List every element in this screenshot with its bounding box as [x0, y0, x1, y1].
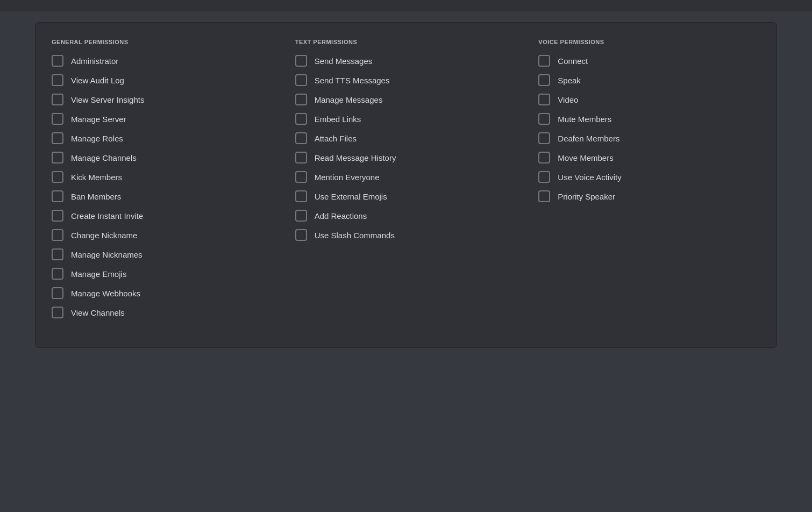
column-header-general: GENERAL PERMISSIONS	[52, 39, 274, 45]
permission-checkbox-general-6[interactable]	[52, 171, 63, 183]
permission-label: Send Messages	[315, 56, 373, 66]
permission-label: Read Message History	[315, 153, 396, 162]
permission-item[interactable]: Move Members	[538, 152, 760, 163]
permission-checkbox-text-5[interactable]	[295, 152, 307, 163]
permission-item[interactable]: Attach Files	[295, 132, 517, 144]
permission-label: Manage Webhooks	[71, 289, 140, 298]
permission-item[interactable]: Kick Members	[52, 171, 274, 183]
permission-item[interactable]: Mention Everyone	[295, 171, 517, 183]
permission-item[interactable]: Embed Links	[295, 113, 517, 125]
page-header	[0, 0, 812, 11]
permission-item[interactable]: View Channels	[52, 307, 274, 318]
permission-checkbox-general-0[interactable]	[52, 55, 63, 67]
permission-item[interactable]: Speak	[538, 74, 760, 86]
permission-checkbox-text-0[interactable]	[295, 55, 307, 67]
permission-checkbox-text-8[interactable]	[295, 210, 307, 222]
permission-checkbox-voice-6[interactable]	[538, 171, 550, 183]
outer-container: GENERAL PERMISSIONSAdministratorView Aud…	[0, 0, 812, 512]
permission-item[interactable]: Ban Members	[52, 190, 274, 202]
permission-label: Manage Channels	[71, 153, 137, 162]
permission-checkbox-text-1[interactable]	[295, 74, 307, 86]
permission-label: View Audit Log	[71, 76, 124, 85]
permission-label: Kick Members	[71, 173, 122, 182]
permission-item[interactable]: Send Messages	[295, 55, 517, 67]
permission-label: Move Members	[558, 153, 613, 162]
permission-label: Speak	[558, 76, 581, 85]
permissions-grid: GENERAL PERMISSIONSAdministratorView Aud…	[52, 39, 760, 326]
permission-column-general: GENERAL PERMISSIONSAdministratorView Aud…	[52, 39, 274, 326]
permission-label: Manage Roles	[71, 134, 123, 143]
permission-checkbox-voice-4[interactable]	[538, 132, 550, 144]
permission-label: Embed Links	[315, 115, 361, 124]
permission-checkbox-voice-0[interactable]	[538, 55, 550, 67]
permission-item[interactable]: Manage Emojis	[52, 268, 274, 280]
permission-label: Priority Speaker	[558, 192, 615, 201]
permission-label: Add Reactions	[315, 211, 367, 221]
permission-checkbox-general-11[interactable]	[52, 268, 63, 280]
permission-checkbox-general-13[interactable]	[52, 307, 63, 318]
permission-item[interactable]: Administrator	[52, 55, 274, 67]
permission-label: View Channels	[71, 308, 125, 317]
permission-column-text: TEXT PERMISSIONSSend MessagesSend TTS Me…	[295, 39, 517, 326]
permission-checkbox-text-4[interactable]	[295, 132, 307, 144]
permission-checkbox-voice-1[interactable]	[538, 74, 550, 86]
permission-checkbox-text-6[interactable]	[295, 171, 307, 183]
permission-checkbox-text-3[interactable]	[295, 113, 307, 125]
permission-label: Create Instant Invite	[71, 211, 143, 221]
main-content: GENERAL PERMISSIONSAdministratorView Aud…	[0, 11, 812, 512]
permission-checkbox-text-2[interactable]	[295, 94, 307, 105]
permission-label: Use Voice Activity	[558, 173, 621, 182]
permission-item[interactable]: Connect	[538, 55, 760, 67]
permission-label: Deafen Members	[558, 134, 619, 143]
permission-label: Use Slash Commands	[315, 231, 395, 240]
permission-checkbox-general-10[interactable]	[52, 248, 63, 260]
permission-label: Administrator	[71, 56, 118, 66]
column-header-voice: VOICE PERMISSIONS	[538, 39, 760, 45]
permission-label: Manage Nicknames	[71, 250, 143, 259]
permission-checkbox-general-2[interactable]	[52, 94, 63, 105]
permission-label: Manage Emojis	[71, 269, 126, 279]
permission-checkbox-general-9[interactable]	[52, 229, 63, 241]
permission-column-voice: VOICE PERMISSIONSConnectSpeakVideoMute M…	[538, 39, 760, 326]
permission-item[interactable]: Send TTS Messages	[295, 74, 517, 86]
permission-item[interactable]: Create Instant Invite	[52, 210, 274, 222]
permission-item[interactable]: Video	[538, 94, 760, 105]
permission-checkbox-voice-7[interactable]	[538, 190, 550, 202]
permission-item[interactable]: Deafen Members	[538, 132, 760, 144]
permission-label: Mention Everyone	[315, 173, 380, 182]
permission-item[interactable]: Read Message History	[295, 152, 517, 163]
permission-checkbox-general-7[interactable]	[52, 190, 63, 202]
permission-label: Mute Members	[558, 115, 611, 124]
permission-checkbox-text-9[interactable]	[295, 229, 307, 241]
permission-item[interactable]: Manage Nicknames	[52, 248, 274, 260]
permission-item[interactable]: Use Voice Activity	[538, 171, 760, 183]
permission-checkbox-general-3[interactable]	[52, 113, 63, 125]
permission-checkbox-voice-5[interactable]	[538, 152, 550, 163]
permission-item[interactable]: Manage Server	[52, 113, 274, 125]
permission-checkbox-general-8[interactable]	[52, 210, 63, 222]
permission-item[interactable]: View Audit Log	[52, 74, 274, 86]
permission-item[interactable]: Manage Webhooks	[52, 287, 274, 299]
column-header-text: TEXT PERMISSIONS	[295, 39, 517, 45]
permission-checkbox-voice-3[interactable]	[538, 113, 550, 125]
permission-item[interactable]: Use External Emojis	[295, 190, 517, 202]
permission-label: Connect	[558, 56, 588, 66]
permission-item[interactable]: Change Nickname	[52, 229, 274, 241]
permission-item[interactable]: Manage Roles	[52, 132, 274, 144]
permission-label: Manage Server	[71, 115, 126, 124]
permission-item[interactable]: Use Slash Commands	[295, 229, 517, 241]
permission-checkbox-general-12[interactable]	[52, 287, 63, 299]
permission-checkbox-text-7[interactable]	[295, 190, 307, 202]
permission-checkbox-voice-2[interactable]	[538, 94, 550, 105]
permission-checkbox-general-5[interactable]	[52, 152, 63, 163]
permission-checkbox-general-4[interactable]	[52, 132, 63, 144]
permission-item[interactable]: Add Reactions	[295, 210, 517, 222]
permission-item[interactable]: Manage Channels	[52, 152, 274, 163]
permission-label: Video	[558, 95, 578, 104]
permission-checkbox-general-1[interactable]	[52, 74, 63, 86]
permission-item[interactable]: Mute Members	[538, 113, 760, 125]
permissions-card: GENERAL PERMISSIONSAdministratorView Aud…	[35, 22, 777, 348]
permission-item[interactable]: View Server Insights	[52, 94, 274, 105]
permission-item[interactable]: Priority Speaker	[538, 190, 760, 202]
permission-item[interactable]: Manage Messages	[295, 94, 517, 105]
